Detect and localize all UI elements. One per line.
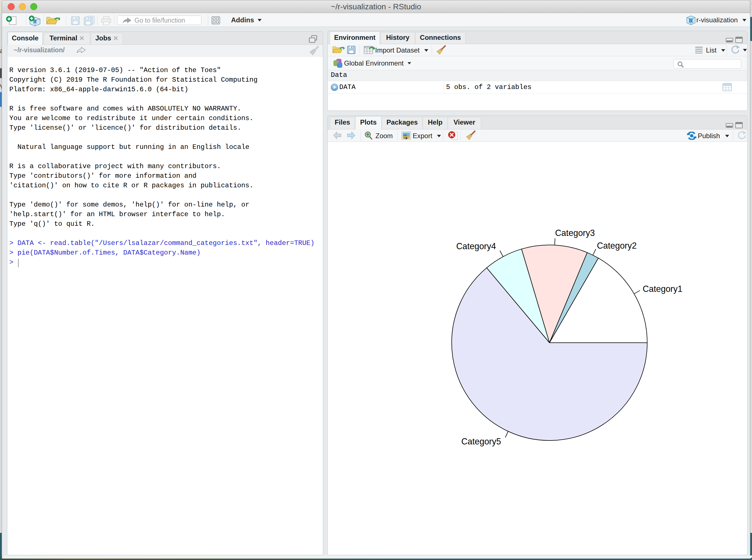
svg-text:Category5: Category5 bbox=[461, 437, 501, 446]
svg-text:Category3: Category3 bbox=[555, 228, 595, 238]
svg-text:Category1: Category1 bbox=[643, 284, 683, 294]
svg-text:Category4: Category4 bbox=[456, 241, 496, 251]
svg-text:R: R bbox=[689, 17, 693, 24]
svg-text:Category2: Category2 bbox=[597, 241, 637, 251]
